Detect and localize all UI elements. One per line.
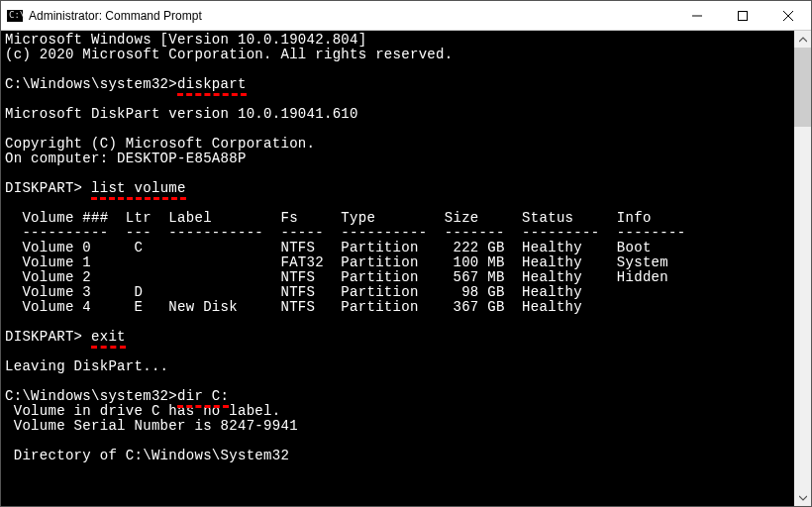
- blank: [5, 92, 790, 107]
- window-title: Administrator: Command Prompt: [29, 9, 674, 23]
- svg-rect-1: [739, 11, 748, 20]
- cmd-window: C:\ Administrator: Command Prompt Micros…: [0, 0, 812, 507]
- dp-prompt: DISKPART>: [5, 329, 91, 345]
- table-row: Volume 2 NTFS Partition 567 MB Healthy H…: [5, 270, 790, 285]
- table-row: Volume 4 E New Disk NTFS Partition 367 G…: [5, 300, 790, 315]
- vertical-scrollbar[interactable]: [794, 31, 811, 506]
- dp-prompt-line: DISKPART> list volume: [5, 181, 790, 196]
- scroll-track[interactable]: [794, 48, 811, 489]
- maximize-button[interactable]: [720, 1, 765, 30]
- body-area: Microsoft Windows [Version 10.0.19042.80…: [1, 31, 811, 506]
- prompt-path: C:\Windows\system32>: [5, 76, 177, 92]
- dp-prompt-line: DISKPART> exit: [5, 330, 790, 345]
- blank: [5, 315, 790, 330]
- blank: [5, 122, 790, 137]
- scroll-thumb[interactable]: [794, 48, 811, 127]
- prompt-line: C:\Windows\system32>dir C:: [5, 389, 790, 404]
- leaving: Leaving DiskPart...: [5, 359, 790, 374]
- prompt-path: C:\Windows\system32>: [5, 388, 177, 404]
- scroll-down-button[interactable]: [794, 489, 811, 506]
- dir-line3: Directory of C:\Windows\System32: [5, 449, 790, 463]
- dp-copyright: Copyright (C) Microsoft Corporation.: [5, 137, 790, 152]
- vol-header: Volume ### Ltr Label Fs Type Size Status…: [5, 211, 790, 226]
- table-row: Volume 3 D NTFS Partition 98 GB Healthy: [5, 285, 790, 300]
- blank: [5, 374, 790, 389]
- titlebar[interactable]: C:\ Administrator: Command Prompt: [1, 1, 811, 31]
- close-button[interactable]: [765, 1, 811, 30]
- table-row: Volume 1 FAT32 Partition 100 MB Healthy …: [5, 255, 790, 270]
- cmd-diskpart: diskpart: [177, 76, 247, 92]
- line-winver: Microsoft Windows [Version 10.0.19042.80…: [5, 33, 790, 48]
- prompt-line: C:\Windows\system32>diskpart: [5, 77, 790, 92]
- minimize-button[interactable]: [674, 1, 720, 30]
- window-controls: [674, 1, 811, 30]
- scroll-up-button[interactable]: [794, 31, 811, 48]
- cmd-icon: C:\: [7, 10, 23, 22]
- dp-prompt: DISKPART>: [5, 180, 91, 196]
- dir-line2: Volume Serial Number is 8247-9941: [5, 419, 790, 434]
- dp-version: Microsoft DiskPart version 10.0.19041.61…: [5, 107, 790, 122]
- terminal-output[interactable]: Microsoft Windows [Version 10.0.19042.80…: [1, 31, 794, 506]
- cmd-dir: dir C:: [177, 388, 229, 404]
- blank: [5, 434, 790, 449]
- vol-divider: ---------- --- ----------- ----- -------…: [5, 226, 790, 241]
- dir-line1: Volume in drive C has no label.: [5, 404, 790, 419]
- dp-computer: On computer: DESKTOP-E85A88P: [5, 152, 790, 166]
- table-row: Volume 0 C NTFS Partition 222 GB Healthy…: [5, 241, 790, 255]
- line-copyright: (c) 2020 Microsoft Corporation. All righ…: [5, 48, 790, 62]
- blank: [5, 62, 790, 77]
- blank: [5, 166, 790, 181]
- cmd-list-volume: list volume: [91, 180, 186, 196]
- cmd-exit: exit: [91, 329, 126, 345]
